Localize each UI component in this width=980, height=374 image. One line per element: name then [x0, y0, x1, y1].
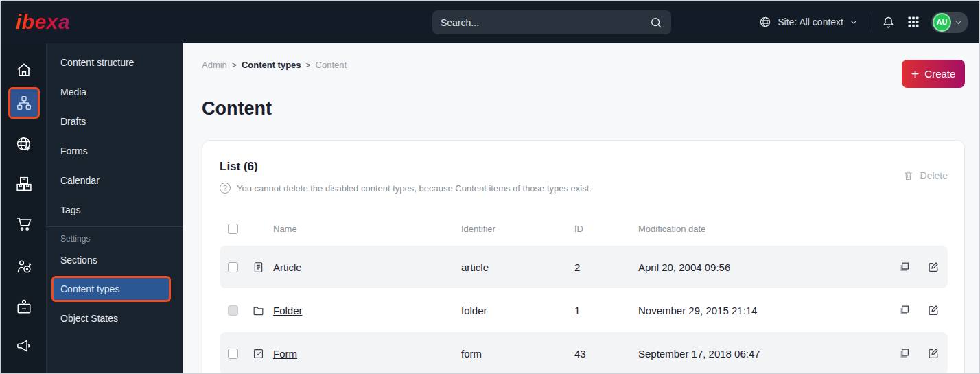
site-context-selector[interactable]: Site: All context	[758, 15, 859, 29]
top-bar: ibexa Site: All context	[1, 1, 979, 43]
column-header-modified: Modification date	[638, 224, 890, 234]
sidebar-item-label: Calendar	[60, 175, 100, 186]
edit-icon[interactable]	[919, 347, 948, 360]
list-info-text: You cannot delete the disabled content t…	[237, 183, 592, 194]
content-types-list-card: List (6) ? You cannot delete the disable…	[202, 140, 965, 374]
copy-icon[interactable]	[890, 347, 919, 360]
content-type-link[interactable]: Article	[273, 261, 461, 273]
sidebar-item-object-states[interactable]: Object States	[47, 303, 183, 333]
content-type-link[interactable]: Form	[273, 348, 461, 360]
icon-rail	[1, 43, 47, 374]
table-row: Article article 2 April 20, 2004 09:56	[220, 246, 948, 288]
cell-identifier: article	[461, 261, 574, 273]
sidebar-item-forms[interactable]: Forms	[47, 136, 183, 165]
list-title: List (6)	[220, 160, 592, 174]
sidebar-item-content-types[interactable]: Content types	[51, 276, 171, 302]
sidebar-item-tags[interactable]: Tags	[47, 195, 183, 224]
article-icon	[252, 261, 273, 274]
main-content: Admin > Content types > Content + Create…	[183, 43, 980, 374]
rail-item-content[interactable]	[8, 87, 40, 119]
personalization-target-icon	[14, 257, 34, 277]
plus-icon: +	[911, 67, 920, 81]
rail-item-product-catalog[interactable]	[1, 168, 47, 200]
packages-icon	[14, 174, 34, 194]
sidebar-item-label: Sections	[60, 255, 97, 266]
sidebar-item-media[interactable]: Media	[47, 77, 183, 106]
column-header-identifier: Identifier	[461, 224, 574, 234]
row-checkbox[interactable]	[228, 262, 238, 272]
sidebar-item-label: Content types	[60, 283, 119, 294]
cell-id: 2	[574, 261, 638, 273]
breadcrumb-separator: >	[306, 60, 311, 70]
sitemap-icon	[15, 94, 33, 112]
megaphone-icon	[14, 336, 34, 355]
sidebar-item-label: Forms	[60, 145, 88, 156]
breadcrumb-separator: >	[232, 60, 237, 70]
chevron-down-icon	[849, 17, 859, 27]
cart-icon	[14, 214, 34, 233]
edit-icon[interactable]	[919, 260, 948, 274]
copy-icon[interactable]	[890, 260, 919, 274]
trash-icon	[902, 170, 914, 181]
cell-id: 43	[574, 348, 638, 360]
sidebar-section-settings: Settings	[47, 231, 183, 245]
search-icon[interactable]	[649, 16, 663, 30]
rail-item-marketing[interactable]	[1, 330, 47, 362]
copy-icon[interactable]	[890, 303, 919, 317]
create-button-label: Create	[924, 68, 955, 80]
row-checkbox[interactable]	[228, 305, 238, 316]
avatar: AU	[933, 13, 951, 32]
ibexa-logo[interactable]: ibexa	[16, 10, 70, 34]
chevron-down-icon	[954, 18, 963, 27]
help-question-icon: ?	[220, 183, 231, 194]
sidebar-item-sections[interactable]: Sections	[47, 245, 183, 274]
notifications-bell-icon[interactable]	[881, 15, 896, 30]
create-button[interactable]: + Create	[902, 60, 965, 88]
cell-modified: April 20, 2004 09:56	[638, 261, 890, 273]
admin-badge-icon	[14, 297, 34, 316]
table-row: Folder folder 1 November 29, 2015 21:14	[220, 289, 948, 331]
topbar-divider	[870, 13, 870, 31]
column-header-id: ID	[574, 224, 638, 234]
rail-item-dashboard[interactable]	[1, 54, 47, 86]
content-types-table: Name Identifier ID Modification date Art…	[220, 218, 948, 374]
home-icon	[14, 60, 34, 80]
cell-modified: September 17, 2018 06:47	[638, 348, 890, 360]
sidebar-item-label: Drafts	[60, 116, 86, 127]
folder-icon	[252, 304, 273, 317]
site-context-label: Site: All context	[778, 16, 843, 27]
page-title: Content	[202, 98, 272, 119]
breadcrumb-content: Content	[316, 60, 347, 70]
select-all-checkbox[interactable]	[228, 224, 238, 234]
cell-identifier: form	[461, 348, 574, 360]
rail-item-admin[interactable]	[1, 291, 47, 323]
sidebar-item-label: Tags	[60, 204, 81, 215]
rail-item-site[interactable]	[1, 128, 47, 160]
breadcrumb: Admin > Content types > Content	[202, 60, 347, 70]
sidebar-item-content-structure[interactable]: Content structure	[47, 47, 183, 77]
user-menu[interactable]: AU	[931, 12, 968, 33]
breadcrumb-admin: Admin	[202, 60, 227, 70]
cell-modified: November 29, 2015 21:14	[638, 305, 890, 316]
sidebar-item-label: Content structure	[60, 57, 134, 68]
table-row: Form form 43 September 17, 2018 06:47	[220, 332, 948, 374]
column-header-name: Name	[273, 224, 461, 234]
rail-item-personalization[interactable]	[1, 251, 47, 283]
sidebar-item-calendar[interactable]: Calendar	[47, 165, 183, 195]
cell-id: 1	[574, 305, 638, 316]
sidebar-item-drafts[interactable]: Drafts	[47, 106, 183, 136]
content-type-link[interactable]: Folder	[273, 305, 461, 316]
breadcrumb-content-types-link[interactable]: Content types	[242, 60, 301, 70]
delete-button[interactable]: Delete	[902, 170, 948, 181]
search-input[interactable]	[441, 17, 649, 28]
cell-identifier: folder	[461, 305, 574, 316]
rail-item-commerce[interactable]	[1, 208, 47, 239]
row-checkbox[interactable]	[228, 349, 238, 359]
edit-icon[interactable]	[919, 303, 948, 317]
global-search[interactable]	[432, 10, 671, 34]
globe-cursor-icon	[14, 135, 34, 154]
sidebar-item-label: Object States	[60, 313, 118, 324]
form-icon	[252, 347, 273, 360]
sidebar-item-label: Media	[60, 86, 86, 97]
apps-grid-icon[interactable]	[907, 15, 920, 29]
